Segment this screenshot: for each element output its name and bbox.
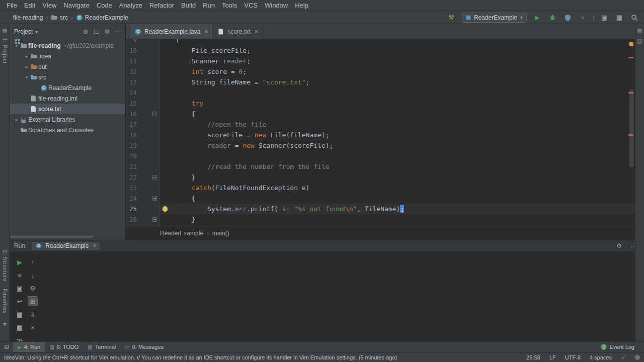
- code-line-10[interactable]: 10 File scoreFile;: [126, 45, 635, 56]
- intention-bulb-icon[interactable]: [163, 206, 168, 211]
- gutter-cell[interactable]: 14: [126, 87, 160, 98]
- tree-item-idea[interactable]: ▸.idea: [10, 51, 125, 61]
- code-line-23[interactable]: 23 catch(FileNotFoundException e): [126, 183, 635, 193]
- status-message[interactable]: IdeaVim: Using the Ctrl+R shortcut for V…: [4, 354, 397, 360]
- breadcrumb-method[interactable]: main(): [212, 230, 229, 237]
- tool-window-button-event-log[interactable]: 1Event Log: [596, 342, 639, 352]
- right-stripe-icon-1[interactable]: ▦: [637, 27, 642, 34]
- fold-marker-icon[interactable]: [152, 217, 157, 222]
- collapse-all-icon[interactable]: ⊟: [94, 28, 99, 35]
- menu-navigate[interactable]: Navigate: [60, 2, 93, 9]
- code-line-18[interactable]: 18 scoreFile = new File(fileName);: [126, 130, 635, 140]
- line-separator[interactable]: LF: [549, 354, 556, 360]
- code-line-26[interactable]: 26 }: [126, 214, 635, 225]
- gutter-cell[interactable]: 17: [126, 119, 160, 130]
- restore-windows-icon[interactable]: ▣: [600, 13, 609, 22]
- highlighting-level-icon[interactable]: [635, 355, 640, 360]
- tree-item-file-reading-iml[interactable]: file-reading.iml: [10, 93, 125, 104]
- gutter-cell[interactable]: 18: [126, 130, 160, 140]
- fold-marker-icon[interactable]: [152, 112, 157, 116]
- fold-marker-icon[interactable]: [152, 175, 157, 179]
- run-settings-gear-icon[interactable]: ⚙: [616, 242, 622, 249]
- down-stack-icon[interactable]: ↓: [28, 270, 38, 280]
- tool-window-button-6-todo[interactable]: ▤6: TODO: [45, 342, 83, 352]
- favorites-star-icon[interactable]: ★: [3, 321, 8, 327]
- menu-file[interactable]: File: [3, 2, 21, 9]
- gutter-cell[interactable]: 11: [126, 56, 160, 66]
- gutter-cell[interactable]: 10: [126, 45, 160, 56]
- tree-item-readerexample[interactable]: ReaderExample: [10, 82, 125, 93]
- menu-run[interactable]: Run: [199, 2, 218, 9]
- breadcrumb-item-src[interactable]: src: [51, 14, 68, 21]
- tool-windows-layout-icon[interactable]: ▦: [615, 13, 624, 22]
- breadcrumb-class[interactable]: ReaderExample: [160, 230, 203, 237]
- file-encoding[interactable]: UTF-8: [565, 354, 581, 360]
- tool-window-button-4-run[interactable]: ▶4: Run: [13, 342, 45, 352]
- menu-edit[interactable]: Edit: [21, 2, 39, 9]
- code-line-19[interactable]: 19 reader = new Scanner(scoreFile);: [126, 140, 635, 151]
- code-line-25[interactable]: 25 System.err.printf( s: "%s not found\n…: [126, 204, 635, 214]
- menu-tools[interactable]: Tools: [218, 2, 240, 9]
- menu-window[interactable]: Window: [261, 2, 291, 9]
- console-settings-icon[interactable]: ⚙: [28, 283, 38, 293]
- code-line-16[interactable]: 16 {: [126, 109, 635, 119]
- editor-tab-score-txt[interactable]: score.txt×: [213, 24, 263, 39]
- clear-all-icon[interactable]: ×: [28, 322, 38, 332]
- menu-code[interactable]: Code: [93, 2, 116, 9]
- code-line-14[interactable]: 14: [126, 87, 635, 98]
- code-line-12[interactable]: 12 int score = 0;: [126, 66, 635, 77]
- coverage-button[interactable]: [563, 13, 572, 22]
- tree-toggle-icon[interactable]: ▸: [23, 54, 30, 59]
- code-line-11[interactable]: 11 Scanner reader;: [126, 56, 635, 66]
- stop-icon[interactable]: ■: [15, 270, 25, 280]
- tree-toggle-icon[interactable]: ▸: [23, 64, 30, 69]
- run-console-output[interactable]: ▶↑■↓▣⚙↩⊞▤⇩▦×≫: [10, 251, 644, 341]
- gutter-cell[interactable]: 9: [126, 39, 160, 45]
- gutter-cell[interactable]: 22: [126, 172, 160, 183]
- vertical-scrollbar[interactable]: [629, 89, 634, 167]
- tree-toggle-icon[interactable]: ▾: [23, 75, 30, 80]
- code-line-9[interactable]: 9 {: [126, 39, 635, 45]
- gutter-cell[interactable]: 21: [126, 161, 160, 172]
- run-panel-tab[interactable]: ReaderExample ×: [32, 242, 100, 250]
- project-panel-title[interactable]: Project: [14, 28, 33, 35]
- gutter-cell[interactable]: 26: [126, 214, 160, 225]
- horizontal-scrollbar[interactable]: [10, 236, 93, 238]
- gutter-cell[interactable]: 12: [126, 66, 160, 77]
- scroll-end-icon[interactable]: ⇩: [28, 309, 38, 319]
- code-line-17[interactable]: 17 //open the file: [126, 119, 635, 130]
- tool-window-button-favorites[interactable]: Favorites: [2, 289, 8, 314]
- pin-icon[interactable]: ⊞: [28, 296, 38, 306]
- tool-window-button-0-messages[interactable]: ▭0: Messages: [120, 342, 168, 352]
- caret-position[interactable]: 25:58: [526, 354, 540, 360]
- menu-view[interactable]: View: [39, 2, 60, 9]
- debug-button[interactable]: [548, 13, 557, 22]
- build-hammer-icon[interactable]: ⚒: [447, 13, 456, 22]
- restore-layout-icon[interactable]: ▦: [15, 322, 25, 332]
- editor-tab-readerexample-java[interactable]: ReaderExample.java×: [130, 24, 213, 39]
- chevron-down-icon[interactable]: ▾: [35, 29, 38, 35]
- gutter-cell[interactable]: 20: [126, 151, 160, 161]
- menu-vcs[interactable]: VCS: [240, 2, 261, 9]
- close-icon[interactable]: ×: [255, 28, 258, 35]
- gutter-cell[interactable]: 24: [126, 193, 160, 204]
- menu-analyze[interactable]: Analyze: [116, 2, 146, 9]
- gutter-cell[interactable]: 19: [126, 140, 160, 151]
- tree-item-file-reading[interactable]: ▾file-reading~/gfu/202/example: [10, 40, 125, 51]
- tree-item-score-txt[interactable]: score.txt: [10, 104, 125, 114]
- close-icon[interactable]: ×: [204, 28, 208, 35]
- tree-item-external-libraries[interactable]: ▸External Libraries: [10, 114, 125, 125]
- tool-window-switcher-icon[interactable]: ⊞: [0, 342, 13, 352]
- gutter-cell[interactable]: 23: [126, 183, 160, 193]
- close-icon[interactable]: ×: [93, 242, 96, 249]
- run-button[interactable]: ▶: [533, 13, 542, 22]
- code-line-20[interactable]: 20: [126, 151, 635, 161]
- gutter-cell[interactable]: 25: [126, 204, 160, 214]
- code-editor[interactable]: 9 {10 File scoreFile;11 Scanner reader;1…: [126, 39, 635, 226]
- hide-panel-icon[interactable]: —: [115, 28, 121, 35]
- code-line-24[interactable]: 24 {: [126, 193, 635, 204]
- menu-build[interactable]: Build: [178, 2, 199, 9]
- tree-item-scratches-and-consoles[interactable]: Scratches and Consoles: [10, 125, 125, 135]
- locate-icon[interactable]: ⊕: [83, 28, 88, 35]
- gutter-cell[interactable]: 13: [126, 77, 160, 87]
